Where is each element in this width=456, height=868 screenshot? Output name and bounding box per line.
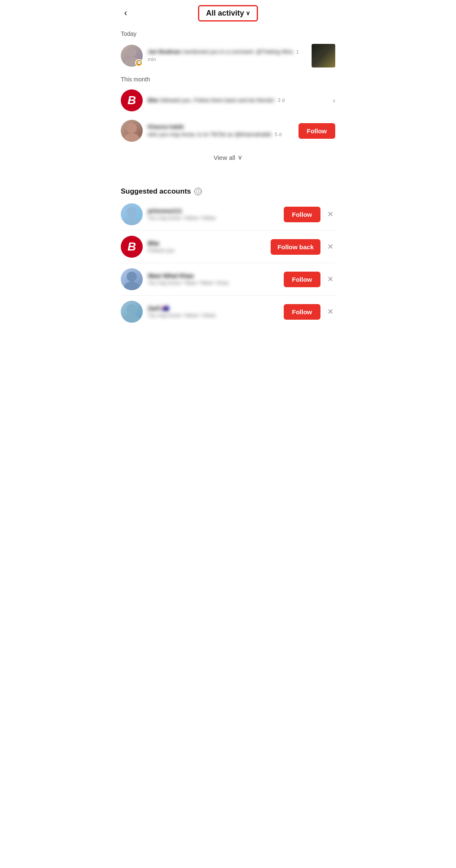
back-button[interactable]: ‹ [121, 6, 130, 20]
dismiss-button-3[interactable]: ✕ [326, 305, 335, 318]
suggested-user-info-0: princess111 You may know • follow • foll… [148, 208, 279, 221]
suggested-avatar-2 [121, 268, 143, 290]
suggested-description-3: You may know • follow • follow [148, 313, 279, 318]
suggested-user-info-3: Zarli 🇦🇺 You may know • follow • follow [148, 305, 279, 318]
suggested-description-2: You may know • Wasi • Nihal • Khan [148, 280, 279, 286]
all-activity-dropdown-button[interactable]: All activity ∨ [198, 5, 258, 22]
suggested-username-2: Wasi Nihal Khan [148, 272, 279, 279]
suggested-accounts-header: Suggested accounts ⓘ [114, 183, 342, 198]
suggested-avatar-3 [121, 301, 143, 323]
suggested-follow-button-2[interactable]: Follow [284, 272, 321, 287]
suggested-user-info-1: Bfar Follows you [148, 240, 266, 253]
view-all-label: View all [214, 154, 235, 161]
dismiss-button-0[interactable]: ✕ [326, 208, 335, 221]
activity-action: who you may know, is on TikTok as @khasn… [148, 131, 271, 138]
svg-point-7 [124, 282, 139, 290]
activity-action: mentioned you in a comment: @Trebing Wir… [182, 48, 293, 56]
view-all-button[interactable]: View all ∨ [214, 154, 242, 161]
avatar-person [121, 120, 143, 142]
suggested-item-2: Wasi Nihal Khan You may know • Wasi • Ni… [114, 263, 342, 295]
suggested-item-0: princess111 You may know • follow • foll… [114, 198, 342, 230]
suggested-accounts-title: Suggested accounts [121, 187, 191, 196]
today-activity-item-0: 💬 Jari Budinan mentioned you in a commen… [114, 40, 342, 72]
suggested-item-1: B Bfar Follows you Follow back ✕ [114, 231, 342, 263]
activity-username: Jari Budinan [148, 48, 181, 56]
suggested-item-3: Zarli 🇦🇺 You may know • follow • follow … [114, 296, 342, 328]
svg-point-9 [124, 314, 139, 323]
activity-time: 5 d [274, 132, 282, 137]
follow-button[interactable]: Follow [299, 123, 336, 139]
suggested-username-3: Zarli 🇦🇺 [148, 305, 279, 312]
activity-action: followed you. Follow them back and be fr… [160, 97, 274, 104]
b-avatar: B [121, 89, 143, 111]
dismiss-button-1[interactable]: ✕ [326, 240, 335, 253]
svg-point-5 [124, 217, 139, 225]
suggested-username-0: princess111 [148, 208, 279, 214]
avatar-wrap: 💬 [121, 45, 143, 67]
avatar-badge: 💬 [135, 59, 143, 67]
svg-point-3 [124, 133, 139, 142]
dismiss-button-2[interactable]: ✕ [326, 273, 335, 286]
month-activity-item-0: B Bfar followed you. Follow them back an… [114, 85, 342, 116]
suggested-description-0: You may know • follow • follow [148, 215, 279, 221]
svg-point-6 [127, 272, 137, 282]
suggested-follow-back-button-1[interactable]: Follow back [271, 239, 320, 255]
activity-username: Khasna habib [148, 123, 184, 131]
person-icon [121, 301, 143, 323]
header-title-label: All activity [206, 9, 244, 18]
person-icon [121, 203, 143, 225]
activity-text: Khasna habib who you may know, is on Tik… [148, 123, 293, 138]
activity-text: Bfar followed you. Follow them back and … [148, 97, 328, 104]
svg-point-8 [127, 304, 137, 314]
video-thumbnail [312, 44, 335, 67]
info-icon[interactable]: ⓘ [194, 188, 202, 195]
thumbnail-image [312, 44, 335, 67]
svg-point-4 [127, 207, 137, 217]
this-month-section-label: This month [114, 72, 342, 85]
header: ‹ All activity ∨ [114, 0, 342, 26]
view-all-wrap: View all ∨ [114, 146, 342, 173]
suggested-avatar-0 [121, 203, 143, 225]
activity-username: Bfar [148, 97, 159, 104]
suggested-follow-button-0[interactable]: Follow [284, 207, 321, 222]
person-icon [121, 120, 143, 142]
svg-point-0 [127, 48, 136, 57]
chevron-right-icon: › [333, 96, 335, 105]
suggested-description-1: Follows you [148, 248, 266, 253]
suggested-user-info-2: Wasi Nihal Khan You may know • Wasi • Ni… [148, 272, 279, 286]
svg-point-2 [127, 123, 137, 133]
month-activity-item-1: Khasna habib who you may know, is on Tik… [114, 116, 342, 146]
header-title-wrap: All activity ∨ [198, 5, 258, 22]
today-section-label: Today [114, 26, 342, 40]
suggested-username-1: Bfar [148, 240, 266, 247]
activity-time: 3 d [278, 97, 285, 103]
suggested-avatar-1: B [121, 236, 143, 258]
suggested-follow-button-3[interactable]: Follow [284, 304, 321, 320]
activity-text: Jari Budinan mentioned you in a comment:… [148, 48, 307, 63]
chevron-down-icon: ∨ [246, 10, 250, 16]
view-all-chevron-icon: ∨ [238, 154, 242, 161]
person-icon [121, 268, 143, 290]
